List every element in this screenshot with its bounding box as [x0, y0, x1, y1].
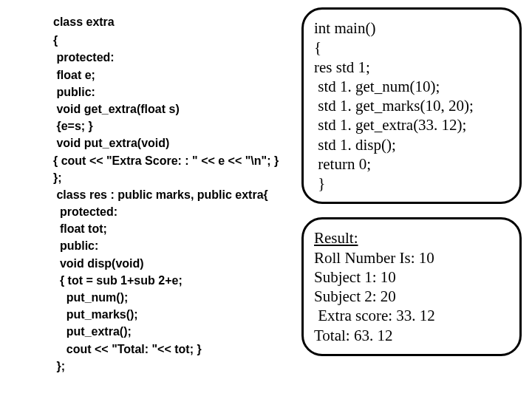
code-line: void put_extra(void): [53, 134, 297, 151]
code-line: {e=s; }: [53, 117, 297, 134]
code-line: std 1. disp();: [314, 135, 509, 154]
code-line: }: [314, 174, 509, 193]
right-panels: int main() { res std 1; std 1. get_num(1…: [301, 7, 522, 369]
code-line: };: [53, 358, 297, 375]
code-line: std 1. get_extra(33. 12);: [314, 115, 509, 134]
code-line: };: [53, 169, 297, 186]
result-line: Extra score: 33. 12: [314, 306, 509, 325]
code-line: res std 1;: [314, 58, 509, 77]
code-line: protected:: [53, 49, 297, 66]
code-line: class res : public marks, public extra{: [53, 186, 297, 203]
code-line: {: [53, 32, 297, 49]
code-line: put_marks();: [53, 306, 297, 323]
code-line: class extra: [53, 13, 297, 30]
result-header: Result:: [314, 228, 509, 248]
result-output-panel: Result: Roll Number Is: 10 Subject 1: 10…: [301, 217, 522, 356]
code-line: { cout << "Extra Score: : " << e << "\n"…: [53, 152, 297, 169]
code-line: cout << "Total: "<< tot; }: [53, 341, 297, 358]
result-line: Roll Number Is: 10: [314, 248, 509, 267]
main-function-panel: int main() { res std 1; std 1. get_num(1…: [301, 7, 522, 204]
code-line: put_extra();: [53, 323, 297, 340]
code-line: float tot;: [53, 220, 297, 237]
code-line: { tot = sub 1+sub 2+e;: [53, 272, 297, 289]
code-line: void disp(void): [53, 255, 297, 272]
code-line: int main(): [314, 18, 509, 38]
code-line: return 0;: [314, 154, 509, 174]
code-line: std 1. get_num(10);: [314, 77, 509, 96]
result-line: Subject 2: 20: [314, 287, 509, 306]
code-line: {: [314, 38, 509, 57]
code-line: put_num();: [53, 289, 297, 306]
code-line: float e;: [53, 66, 297, 83]
code-line: protected:: [53, 203, 297, 220]
result-line: Total: 63. 12: [314, 326, 509, 345]
code-line: void get_extra(float s): [53, 100, 297, 117]
code-line: std 1. get_marks(10, 20);: [314, 96, 509, 115]
result-line: Subject 1: 10: [314, 267, 509, 287]
code-line: public:: [53, 237, 297, 254]
code-line: public:: [53, 83, 297, 100]
class-code-block: class extra { protected: float e; public…: [53, 13, 297, 375]
